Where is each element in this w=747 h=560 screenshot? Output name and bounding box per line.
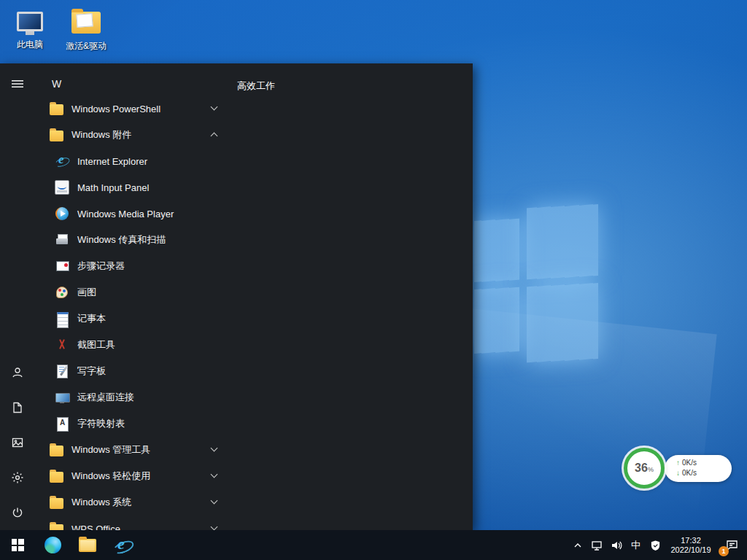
documents-button[interactable]	[0, 390, 35, 425]
chevron-down-icon	[211, 524, 218, 530]
chevron-down-icon	[211, 445, 218, 452]
app-item-windows-fax-scan[interactable]: Windows 传真和扫描	[35, 227, 226, 253]
download-speed-value: 0K/s	[682, 469, 697, 477]
app-folder-wps-office[interactable]: WPS Office	[35, 516, 226, 530]
tray-clock[interactable]: 17:32 2022/10/19	[665, 530, 716, 560]
app-item-paint[interactable]: 画图	[35, 279, 226, 306]
start-menu-app-list: Windows PowerShell Windows 附件 Internet E…	[35, 96, 226, 530]
clock-time: 17:32	[670, 536, 711, 545]
hamburger-menu-button[interactable]	[0, 66, 35, 101]
steps-recorder-icon	[55, 259, 69, 273]
taskbar-internet-explorer-button[interactable]	[105, 530, 140, 560]
logo-pane	[527, 283, 598, 362]
this-pc-icon	[1, 6, 58, 36]
folder-icon	[50, 131, 63, 141]
notification-badge: 1	[719, 546, 729, 556]
app-label: 画图	[77, 286, 96, 299]
chevron-down-icon	[211, 471, 218, 478]
app-item-internet-explorer[interactable]: Internet Explorer	[35, 148, 226, 174]
system-tray: 中 17:32 2022/10/19 1	[569, 530, 747, 560]
tray-network-button[interactable]	[587, 530, 606, 560]
app-folder-windows-ease-of-access[interactable]: Windows 轻松使用	[35, 463, 226, 489]
pictures-icon	[12, 437, 23, 448]
start-menu-rail	[0, 63, 35, 530]
app-label: 远程桌面连接	[77, 391, 134, 404]
app-label: 字符映射表	[77, 417, 125, 430]
settings-button[interactable]	[0, 460, 35, 495]
chevron-down-icon	[211, 104, 218, 111]
desktop-icon-this-pc[interactable]: 此电脑	[1, 6, 58, 51]
app-folder-windows-admin-tools[interactable]: Windows 管理工具	[35, 437, 226, 463]
taskbar-file-explorer-button[interactable]	[70, 530, 105, 560]
upload-speed-value: 0K/s	[682, 459, 697, 467]
desktop-icon-label: 此电脑	[1, 39, 58, 51]
folder-icon	[50, 472, 63, 483]
app-label: Internet Explorer	[77, 156, 147, 167]
app-item-notepad[interactable]: 记事本	[35, 306, 226, 332]
app-group-letter[interactable]: W	[52, 78, 61, 90]
folder-icon	[58, 7, 115, 38]
app-item-remote-desktop[interactable]: 远程桌面连接	[35, 384, 226, 411]
tray-security-button[interactable]	[646, 530, 665, 560]
app-item-snipping-tool[interactable]: 截图工具	[35, 332, 226, 358]
up-arrow-icon: ↑	[676, 459, 680, 467]
taskbar-edge-button[interactable]	[35, 530, 70, 560]
hamburger-icon	[12, 78, 23, 90]
power-icon	[12, 507, 23, 518]
power-button[interactable]	[0, 495, 35, 530]
download-speed-row: ↓0K/s	[676, 468, 697, 478]
folder-icon	[50, 498, 63, 509]
wordpad-icon	[55, 364, 69, 378]
tray-show-hidden-icons-button[interactable]	[569, 530, 587, 560]
start-button[interactable]	[0, 530, 35, 560]
chevron-up-icon	[211, 133, 218, 140]
desktop-icon-label: 激活&驱动	[58, 40, 115, 52]
user-account-button[interactable]	[0, 355, 35, 390]
desktop-icon-activation-driver[interactable]: 激活&驱动	[58, 7, 115, 52]
app-item-wordpad[interactable]: 写字板	[35, 358, 226, 384]
windows-logo-wallpaper	[471, 192, 617, 370]
tray-ime-button[interactable]: 中	[626, 530, 646, 560]
app-label: Windows 附件	[71, 128, 131, 141]
app-folder-windows-powershell[interactable]: Windows PowerShell	[35, 96, 226, 122]
edge-icon	[44, 537, 61, 553]
app-label: Math Input Panel	[77, 182, 149, 193]
app-item-math-input-panel[interactable]: Math Input Panel	[35, 174, 226, 201]
app-label: Windows 传真和扫描	[77, 233, 166, 246]
file-explorer-icon	[79, 539, 96, 552]
memory-usage-ball[interactable]: 36 %	[624, 448, 665, 489]
chevron-down-icon	[211, 497, 218, 505]
app-label: Windows 轻松使用	[71, 470, 150, 483]
start-menu: W 高效工作 Windows PowerShell Windows 附件 Int…	[0, 63, 473, 530]
pictures-button[interactable]	[0, 425, 35, 460]
gear-icon	[11, 471, 24, 484]
down-arrow-icon: ↓	[676, 469, 680, 477]
app-label: Windows PowerShell	[71, 104, 160, 114]
app-folder-windows-accessories[interactable]: Windows 附件	[35, 122, 226, 148]
tile-group-header[interactable]: 高效工作	[237, 79, 275, 93]
app-label: Windows 管理工具	[71, 443, 150, 456]
app-item-steps-recorder[interactable]: 步骤记录器	[35, 253, 226, 279]
logo-pane	[474, 219, 519, 282]
app-item-windows-media-player[interactable]: Windows Media Player	[35, 201, 226, 227]
net-speed-panel: ↑0K/s ↓0K/s +	[665, 455, 732, 482]
taskbar-left	[0, 530, 140, 560]
app-item-character-map[interactable]: 字符映射表	[35, 411, 226, 437]
app-label: Windows 系统	[71, 496, 131, 509]
clock-date: 2022/10/19	[670, 545, 711, 555]
windows-logo-icon	[12, 539, 24, 551]
action-center-button[interactable]: 1	[716, 530, 747, 560]
character-map-icon	[55, 416, 69, 431]
math-input-panel-icon	[55, 180, 69, 195]
document-icon	[12, 402, 23, 413]
app-label: 步骤记录器	[77, 260, 125, 273]
internet-explorer-icon	[55, 154, 69, 168]
logo-pane	[527, 204, 598, 279]
paint-icon	[55, 285, 69, 300]
app-label: 记事本	[77, 312, 106, 325]
app-folder-windows-system[interactable]: Windows 系统	[35, 489, 226, 516]
upload-speed-row: ↑0K/s	[676, 458, 697, 468]
usage-percent-unit: %	[648, 466, 654, 473]
app-label: Windows Media Player	[77, 209, 174, 219]
tray-volume-button[interactable]	[606, 530, 626, 560]
